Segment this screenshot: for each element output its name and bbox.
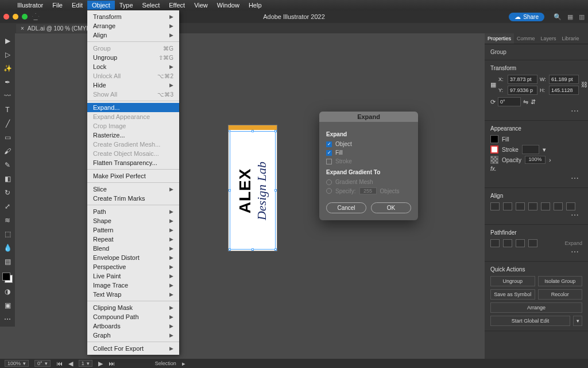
menu-item-collect-for-export[interactable]: Collect For Export▶: [87, 344, 179, 353]
handle-bm[interactable]: [252, 248, 254, 251]
align-bottom-icon[interactable]: [554, 202, 563, 210]
menu-item-live-paint[interactable]: Live Paint▶: [87, 271, 179, 281]
align-hcenter-icon[interactable]: [503, 202, 512, 210]
menu-item-shape[interactable]: Shape▶: [87, 216, 179, 225]
reference-point-icon[interactable]: ▦: [490, 82, 496, 88]
selection-bounding-box[interactable]: [230, 131, 276, 250]
pf-exclude-icon[interactable]: [528, 239, 537, 247]
paintbrush-tool[interactable]: 🖌: [2, 146, 13, 156]
tab-close-icon[interactable]: ×: [21, 25, 24, 32]
shaper-tool[interactable]: ✎: [2, 160, 13, 170]
screen-mode-icon[interactable]: ▣: [2, 300, 13, 310]
handle-ml[interactable]: [229, 189, 231, 191]
menu-item-arrange[interactable]: Arrange▶: [87, 21, 179, 30]
align-more-icon[interactable]: ⋯: [490, 210, 582, 220]
rotate-view-select[interactable]: 0°▾: [34, 360, 51, 367]
menu-item-transform[interactable]: Transform▶: [87, 12, 179, 21]
flip-v-icon[interactable]: ⇵: [531, 99, 536, 105]
workspace-icon[interactable]: ▥: [579, 14, 585, 20]
zoom-window-icon[interactable]: [22, 14, 28, 20]
menu-help[interactable]: Help: [244, 1, 266, 10]
ungroup-button[interactable]: Ungroup: [490, 276, 535, 286]
align-left-icon[interactable]: [490, 202, 500, 210]
width-tool[interactable]: ≋: [2, 215, 13, 225]
fill-swatch[interactable]: [490, 135, 498, 143]
first-artboard-icon[interactable]: ⏮: [56, 361, 63, 367]
menu-edit[interactable]: Edit: [67, 1, 87, 10]
y-input[interactable]: [508, 86, 537, 95]
sge-dropdown-icon[interactable]: ▾: [573, 316, 582, 326]
pathfinder-more-icon[interactable]: ⋯: [490, 247, 582, 256]
edit-toolbar-icon[interactable]: ⋯: [2, 314, 13, 324]
close-window-icon[interactable]: [3, 14, 9, 20]
menu-item-rasterize-[interactable]: Rasterize...: [87, 131, 179, 140]
menu-item-text-wrap[interactable]: Text Wrap▶: [87, 290, 179, 299]
menu-item-envelope-distort[interactable]: Envelope Distort▶: [87, 253, 179, 262]
menu-item-blend[interactable]: Blend▶: [87, 244, 179, 253]
appearance-more-icon[interactable]: ⋯: [490, 174, 582, 183]
menu-item-create-trim-marks[interactable]: Create Trim Marks: [87, 194, 179, 203]
menu-item-graph[interactable]: Graph▶: [87, 331, 179, 340]
menu-item-hide[interactable]: Hide▶: [87, 80, 179, 90]
x-input[interactable]: [508, 75, 537, 84]
menu-item-slice[interactable]: Slice▶: [87, 185, 179, 194]
gradient-tool[interactable]: ▤: [2, 256, 13, 267]
menu-item-lock[interactable]: Lock▶: [87, 62, 179, 71]
fx-icon[interactable]: fx.: [490, 166, 497, 172]
isolate-group-button[interactable]: Isolate Group: [538, 276, 583, 286]
menu-item-path[interactable]: Path▶: [87, 207, 179, 216]
fill-checkbox[interactable]: ✓: [326, 150, 332, 156]
ok-button[interactable]: OK: [371, 202, 411, 213]
menu-effect[interactable]: Effect: [164, 1, 189, 10]
handle-bl[interactable]: [229, 248, 231, 251]
zoom-select[interactable]: 100%▾: [5, 360, 29, 367]
align-right-icon[interactable]: [516, 202, 525, 210]
menu-item-clipping-mask[interactable]: Clipping Mask▶: [87, 303, 179, 312]
align-vcenter-icon[interactable]: [541, 202, 550, 210]
menu-item-align[interactable]: Align▶: [87, 30, 179, 40]
artboard-nav-select[interactable]: 1▾: [79, 360, 92, 367]
search-icon[interactable]: 🔍: [554, 14, 562, 20]
rotate-input[interactable]: [498, 97, 521, 106]
align-to-icon[interactable]: [566, 202, 575, 210]
align-top-icon[interactable]: [528, 202, 537, 210]
tab-layers[interactable]: Layers: [538, 33, 559, 44]
menu-file[interactable]: File: [48, 1, 67, 10]
w-input[interactable]: [549, 75, 579, 84]
handle-mr[interactable]: [274, 189, 277, 191]
save-as-symbol-button[interactable]: Save as Symbol: [490, 289, 535, 300]
recolor-button[interactable]: Recolor: [538, 289, 583, 300]
menu-type[interactable]: Type: [115, 1, 138, 10]
opacity-swatch[interactable]: [490, 156, 498, 164]
h-input[interactable]: [549, 86, 579, 95]
menu-item-pattern[interactable]: Pattern▶: [87, 225, 179, 235]
tab-comments[interactable]: Comme: [514, 33, 538, 44]
eraser-tool[interactable]: ◧: [2, 174, 13, 184]
cancel-button[interactable]: Cancel: [326, 202, 366, 213]
menu-object[interactable]: Object: [87, 1, 115, 10]
menu-item-flatten-transparency-[interactable]: Flatten Transparency...: [87, 158, 179, 167]
menu-item-compound-path[interactable]: Compound Path▶: [87, 312, 179, 321]
minimize-window-icon[interactable]: [13, 14, 18, 20]
pen-tool[interactable]: ✒: [2, 77, 13, 87]
link-wh-icon[interactable]: ⛓: [581, 82, 587, 88]
pf-minus-front-icon[interactable]: [503, 239, 512, 247]
status-arrow-icon[interactable]: ▸: [182, 361, 185, 367]
menu-illustrator[interactable]: Illustrator: [13, 1, 48, 10]
menu-item-expand-[interactable]: Expand...: [87, 103, 179, 112]
transform-more-icon[interactable]: ⋯: [490, 106, 582, 116]
stroke-weight-input[interactable]: [522, 145, 539, 154]
rotate-tool[interactable]: ↻: [2, 187, 13, 198]
flip-h-icon[interactable]: ⇋: [523, 99, 528, 105]
pf-intersect-icon[interactable]: [516, 239, 525, 247]
rectangle-tool[interactable]: ▭: [2, 132, 13, 143]
share-button[interactable]: ☁Share: [509, 13, 544, 21]
free-transform-tool[interactable]: ⬚: [2, 229, 13, 239]
opacity-input[interactable]: 100%: [525, 156, 546, 164]
stroke-weight-stepper-icon[interactable]: ▾: [543, 147, 546, 153]
fill-stroke-swatch[interactable]: [2, 273, 13, 283]
opacity-arrow-icon[interactable]: ›: [549, 157, 551, 163]
tab-properties[interactable]: Properties: [485, 33, 514, 44]
handle-tm[interactable]: [252, 130, 254, 132]
tab-libraries[interactable]: Librarie: [559, 33, 582, 44]
